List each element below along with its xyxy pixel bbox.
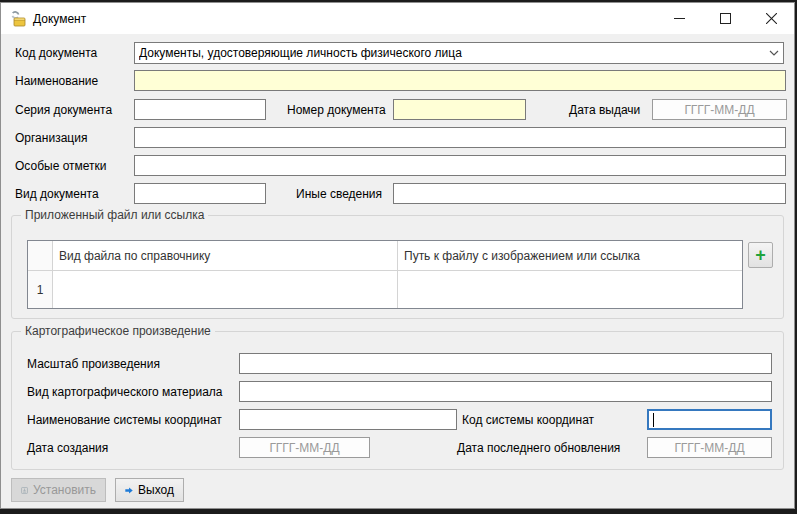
name-input[interactable] xyxy=(134,70,786,91)
minimize-button[interactable] xyxy=(656,3,702,34)
exit-button-label: Выход xyxy=(138,483,174,497)
issue-date-label: Дата выдачи xyxy=(569,103,640,117)
doc-type-label: Вид документа xyxy=(15,187,99,201)
coord-system-code-input[interactable] xyxy=(647,409,772,430)
exit-button[interactable]: Выход xyxy=(115,478,184,502)
document-dialog: Документ Код документа Документы, удосто… xyxy=(0,2,795,509)
scale-label: Масштаб произведения xyxy=(27,357,160,371)
plus-icon: + xyxy=(755,246,766,264)
other-info-label: Иные сведения xyxy=(296,187,382,201)
scale-input[interactable] xyxy=(239,353,772,374)
file-path-cell[interactable] xyxy=(398,271,742,308)
attached-file-table[interactable]: Вид файла по справочнику Путь к файлу с … xyxy=(27,240,743,309)
doc-code-select[interactable]: Документы, удостоверяющие личность физич… xyxy=(134,42,784,64)
table-row[interactable]: 1 xyxy=(28,271,742,308)
coord-system-name-label: Наименование системы координат xyxy=(27,413,222,427)
file-type-column-header: Вид файла по справочнику xyxy=(53,241,398,270)
install-button[interactable]: Установить xyxy=(11,478,106,502)
doc-type-input[interactable] xyxy=(134,183,266,204)
close-button[interactable] xyxy=(748,3,794,34)
window-title: Документ xyxy=(33,12,86,26)
file-path-column-header: Путь к файлу с изображением или ссылка xyxy=(398,241,742,270)
last-update-date-input[interactable] xyxy=(647,437,772,458)
special-marks-input[interactable] xyxy=(134,155,786,176)
series-input[interactable] xyxy=(134,99,266,120)
attached-file-group: Приложенный файл или ссылка Вид файла по… xyxy=(11,215,784,319)
number-label: Номер документа xyxy=(287,103,386,117)
text-caret xyxy=(653,413,654,427)
file-type-cell[interactable] xyxy=(53,271,398,308)
rownum-header-cell xyxy=(28,241,53,270)
attached-file-group-title: Приложенный файл или ссылка xyxy=(21,208,208,222)
series-label: Серия документа xyxy=(15,103,112,117)
cartographic-group-title: Картографическое произведение xyxy=(21,324,215,338)
doc-code-value: Документы, удостоверяющие личность физич… xyxy=(139,46,763,60)
organization-input[interactable] xyxy=(134,127,786,148)
creation-date-input[interactable] xyxy=(239,437,370,458)
app-icon xyxy=(10,11,26,27)
material-type-label: Вид картографического материала xyxy=(27,385,223,399)
creation-date-label: Дата создания xyxy=(27,441,108,455)
row-number-cell: 1 xyxy=(28,271,53,308)
install-button-label: Установить xyxy=(33,483,96,497)
issue-date-input[interactable] xyxy=(652,99,787,120)
coord-system-name-input[interactable] xyxy=(239,409,457,430)
special-marks-label: Особые отметки xyxy=(15,159,107,173)
coord-system-code-label: Код системы координат xyxy=(462,413,594,427)
name-label: Наименование xyxy=(15,74,98,88)
titlebar: Документ xyxy=(1,3,794,34)
install-icon xyxy=(21,484,28,497)
add-file-button[interactable]: + xyxy=(748,242,773,268)
number-input[interactable] xyxy=(393,99,526,120)
maximize-button[interactable] xyxy=(702,3,748,34)
table-header-row: Вид файла по справочнику Путь к файлу с … xyxy=(28,241,742,271)
last-update-date-label: Дата последнего обновления xyxy=(457,441,620,455)
cartographic-group: Картографическое произведение Масштаб пр… xyxy=(11,331,784,470)
material-type-input[interactable] xyxy=(239,381,772,402)
arrow-right-icon xyxy=(125,485,133,496)
chevron-down-icon xyxy=(763,50,779,56)
doc-code-label: Код документа xyxy=(15,46,97,60)
organization-label: Организация xyxy=(15,131,87,145)
other-info-input[interactable] xyxy=(393,183,786,204)
window-controls xyxy=(656,3,794,34)
